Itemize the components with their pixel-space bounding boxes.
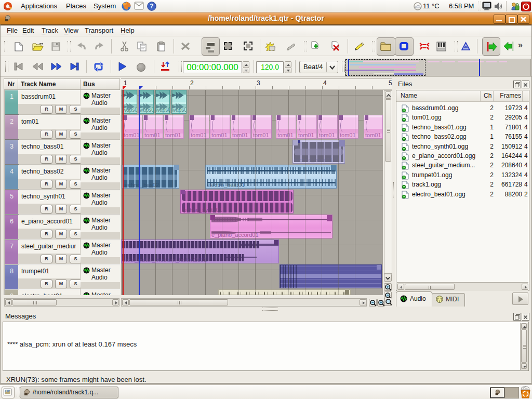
svg-text:?: ? xyxy=(150,3,153,10)
